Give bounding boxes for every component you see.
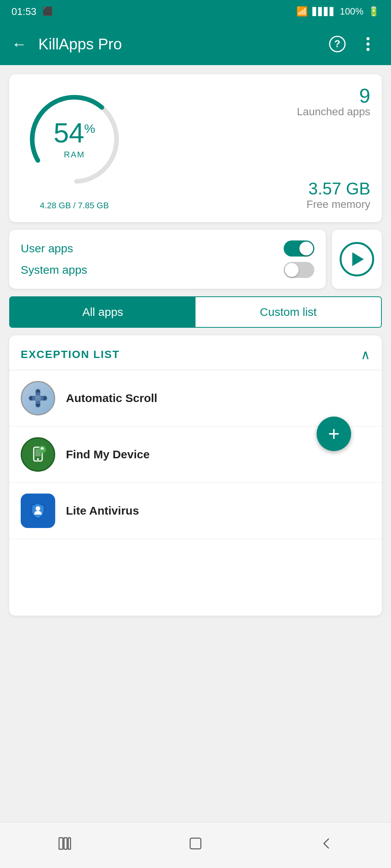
system-apps-toggle-row: System apps [21,262,314,278]
ram-value: 54% [54,119,95,147]
exception-list-items: Automatic Scroll Find My Device [9,370,382,616]
play-circle [340,242,374,276]
svg-point-16 [37,458,39,460]
svg-point-4 [366,48,370,51]
svg-point-2 [366,37,370,40]
main-content: 54% RAM 4.28 GB / 7.85 GB 9 Launched app… [0,65,391,625]
ram-percent-display: 54% RAM [54,119,95,160]
home-button[interactable] [187,835,204,855]
user-apps-knob [299,242,313,255]
all-apps-tab[interactable]: All apps [10,297,196,327]
wifi-icon: 📶 [296,6,308,17]
app-bar-actions: ? [326,33,380,56]
system-apps-toggle[interactable] [284,262,314,278]
help-button[interactable]: ? [326,33,349,56]
lite-antivirus-icon [21,494,55,528]
navigation-bar [0,822,391,868]
battery-icon: 🔋 [368,6,380,17]
automatic-scroll-icon [21,381,55,415]
free-memory-label: Free memory [307,198,370,211]
svg-text:?: ? [334,38,340,49]
signal-icon: ▋▋▋▋ [312,7,335,16]
add-icon: + [328,424,340,444]
status-bar-right: 📶 ▋▋▋▋ 100% 🔋 [296,6,380,17]
battery-percent: 100% [340,6,363,17]
svg-point-13 [35,395,41,401]
exception-list-card: Exception List ∧ [9,335,382,616]
user-apps-label: User apps [21,242,73,255]
back-button[interactable]: ← [12,36,27,53]
ram-gauge: 54% RAM [21,86,128,193]
custom-list-tab[interactable]: Custom list [196,297,381,327]
free-memory-section: 3.57 GB Free memory [307,179,370,211]
svg-point-3 [366,43,370,46]
exception-list-title: Exception List [21,348,120,361]
ram-card: 54% RAM 4.28 GB / 7.85 GB 9 Launched app… [9,74,382,222]
find-my-device-name: Find My Device [66,448,150,461]
app-filter-tabs: All apps Custom list [9,296,382,328]
notification-icon: ⬛ [43,7,53,16]
app-bar: ← KillApps Pro ? [0,23,391,65]
app-title: KillApps Pro [38,36,314,53]
svg-rect-24 [190,838,201,849]
find-my-device-icon [21,437,55,472]
ram-stats-right: 9 Launched apps 3.57 GB Free memory [297,86,370,211]
user-apps-toggle-row: User apps [21,240,314,257]
free-memory-value: 3.57 GB [307,179,370,198]
svg-rect-21 [59,838,63,849]
exception-list-header: Exception List ∧ [9,335,382,370]
play-icon [352,252,364,266]
app-toggles-card: User apps System apps [9,230,326,289]
list-item[interactable]: Lite Antivirus [9,483,382,539]
toggle-row: User apps System apps [9,230,382,289]
launched-label: Launched apps [297,106,370,118]
recent-apps-button[interactable] [57,836,72,855]
status-bar-left: 01:53 ⬛ [12,6,53,18]
kill-apps-button[interactable] [332,230,382,289]
launched-count: 9 [297,86,370,106]
system-apps-knob [285,263,299,277]
lite-antivirus-name: Lite Antivirus [66,504,139,517]
status-bar: 01:53 ⬛ 📶 ▋▋▋▋ 100% 🔋 [0,0,391,23]
svg-rect-22 [64,838,67,849]
user-apps-toggle[interactable] [284,240,314,257]
svg-rect-23 [68,838,71,849]
add-exception-button[interactable]: + [317,417,351,451]
back-nav-button[interactable] [319,836,334,855]
status-time: 01:53 [12,6,36,18]
more-options-button[interactable] [356,33,380,56]
ram-label: RAM [54,150,95,160]
svg-point-20 [36,506,40,511]
exception-list-toggle[interactable]: ∧ [361,347,370,362]
system-apps-label: System apps [21,263,87,276]
automatic-scroll-name: Automatic Scroll [66,392,157,405]
launched-apps-section: 9 Launched apps [297,86,370,118]
